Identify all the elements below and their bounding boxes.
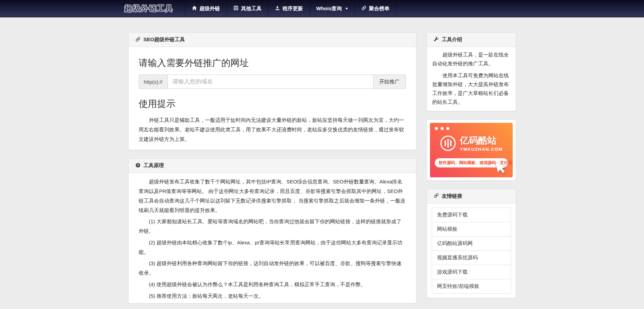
principle-point: (2) 超级外链由本站精心收集了数个ip、Alexa、pr查询等站长常用查询网站… bbox=[139, 238, 406, 257]
friend-links-heading: 友情链接 bbox=[427, 189, 516, 204]
nav-item-super-link[interactable]: 超级外链 bbox=[185, 0, 227, 17]
principle-point: (5) 推荐使用方法：新站每天两次，老站每天一次。 bbox=[139, 291, 406, 301]
nav-item-whois-query[interactable]: Whois查询 bbox=[310, 0, 354, 17]
window-dots-icon bbox=[435, 127, 508, 130]
top-navbar: 超级外链工具 超级外链 其他工具 程序更新 Whois查询 bbox=[0, 0, 644, 17]
ad-domain: YMKUZHAN.COM bbox=[460, 147, 503, 152]
domain-input[interactable] bbox=[167, 75, 374, 89]
principle-point: (1) 大家都知道站长工具、爱站等查询域名的网站吧，当你查询过他就会留下你的网站… bbox=[139, 217, 406, 236]
nav-item-program-update[interactable]: 程序更新 bbox=[268, 0, 310, 17]
friend-link[interactable]: 游戏源码下载 bbox=[432, 265, 511, 279]
principle-point: (4) 使用超级外链会被认为作弊么？本工具是利用各种查询工具，模拟正常手工查询，… bbox=[139, 280, 406, 289]
friend-link[interactable]: 亿码酷站源码网 bbox=[432, 236, 511, 250]
tool-intro-heading: 工具介绍 bbox=[427, 33, 516, 47]
usage-tips-text: 外链工具只是辅助工具，一般适用于短时间内无法建设大量外链的新站，新站应坚持每天做… bbox=[139, 115, 406, 144]
friend-link[interactable]: 免费源码下载 bbox=[432, 208, 511, 222]
friend-links-list: 免费源码下载 网站模板 亿码酷站源码网 视频直播系统源码 游戏源码下载 网页特效… bbox=[432, 208, 511, 294]
question-circle-icon: ? bbox=[135, 163, 141, 169]
panel-title: SEO超级外链工具 bbox=[144, 36, 185, 43]
friend-link[interactable]: 视频直播系统源码 bbox=[432, 250, 511, 265]
start-promotion-button[interactable]: 开始推广 bbox=[374, 75, 406, 89]
ad-panel: 亿码酷站 YMKUZHAN.COM 软件源码、网站模板、游戏源码、支付系统 bbox=[427, 119, 516, 181]
home-icon bbox=[192, 5, 197, 12]
principle-intro: 超级外链发布工具收集了数千个网站网址，其中包括IP查询、SEO综合信息查询、SE… bbox=[139, 177, 406, 215]
url-input-group: http(s):// 开始推广 bbox=[139, 75, 406, 89]
tool-principle-heading: ? 工具原理 bbox=[129, 159, 416, 173]
nav-item-label: 聚合榜单 bbox=[369, 5, 390, 12]
navbar-inner: 超级外链工具 超级外链 其他工具 程序更新 Whois查询 bbox=[123, 0, 521, 17]
download-icon bbox=[275, 5, 280, 12]
tool-principle-panel: ? 工具原理 超级外链发布工具收集了数千个网站网址，其中包括IP查询、SEO综合… bbox=[128, 158, 416, 304]
friend-link[interactable]: 网页特效/前端模板 bbox=[432, 279, 511, 293]
nav-item-label: 程序更新 bbox=[283, 5, 303, 12]
seo-tool-panel: SEO超级外链工具 请输入需要外链推广的网址 http(s):// 开始推广 使… bbox=[128, 32, 416, 150]
wrench-icon bbox=[434, 37, 439, 43]
friend-link[interactable]: 网站模板 bbox=[432, 222, 511, 236]
url-input-heading: 请输入需要外链推广的网址 bbox=[139, 57, 406, 69]
ad-brand-name: 亿码酷站 bbox=[460, 136, 503, 145]
panel-title: 工具介绍 bbox=[442, 36, 462, 43]
ad-banner[interactable]: 亿码酷站 YMKUZHAN.COM 软件源码、网站模板、游戏源码、支付系统 bbox=[430, 123, 513, 177]
nav-item-label: 其他工具 bbox=[241, 5, 262, 12]
panel-title: 工具原理 bbox=[144, 162, 164, 169]
principle-point: (3) 超级外链利用各种查询网站留下你的链接，达到自动发外链的效果，可以被百度、… bbox=[139, 259, 406, 278]
link-icon bbox=[135, 37, 141, 43]
page-container: SEO超级外链工具 请输入需要外链推广的网址 http(s):// 开始推广 使… bbox=[123, 17, 521, 309]
panel-title: 友情链接 bbox=[442, 193, 462, 199]
nav-item-label: Whois查询 bbox=[316, 5, 342, 12]
nav-item-aggregate-list[interactable]: 聚合榜单 bbox=[354, 0, 396, 17]
url-prefix-addon: http(s):// bbox=[139, 75, 167, 89]
usage-tips-heading: 使用提示 bbox=[139, 98, 406, 110]
tool-intro-p2: 使用本工具可免费为网站在线批量增加外链，大大提高外链发布工作效率，是广大草根站长… bbox=[432, 71, 510, 107]
ymkuzhan-logo-icon bbox=[440, 135, 457, 153]
tool-intro-p1: 超级外链工具，是一款在线全自动化发外链的推广工具。 bbox=[432, 50, 510, 68]
save-icon bbox=[233, 5, 238, 12]
tool-intro-panel: 工具介绍 超级外链工具，是一款在线全自动化发外链的推广工具。 使用本工具可免费为… bbox=[427, 32, 516, 111]
main-column: SEO超级外链工具 请输入需要外链推广的网址 http(s):// 开始推广 使… bbox=[123, 32, 422, 309]
brand-logo[interactable]: 超级外链工具 bbox=[123, 0, 185, 17]
nav-item-other-tools[interactable]: 其他工具 bbox=[227, 0, 268, 17]
caret-down-icon bbox=[345, 8, 348, 10]
friend-links-panel: 友情链接 免费源码下载 网站模板 亿码酷站源码网 视频直播系统源码 游戏源码下载… bbox=[427, 189, 516, 298]
mouse-cursor-icon bbox=[493, 160, 509, 177]
seo-tool-panel-heading: SEO超级外链工具 bbox=[129, 33, 416, 47]
sidebar: 工具介绍 超级外链工具，是一款在线全自动化发外链的推广工具。 使用本工具可免费为… bbox=[422, 32, 521, 306]
link-icon bbox=[434, 193, 439, 199]
svg-text:?: ? bbox=[137, 163, 138, 167]
nav-item-label: 超级外链 bbox=[200, 5, 220, 12]
link-icon bbox=[361, 5, 366, 12]
